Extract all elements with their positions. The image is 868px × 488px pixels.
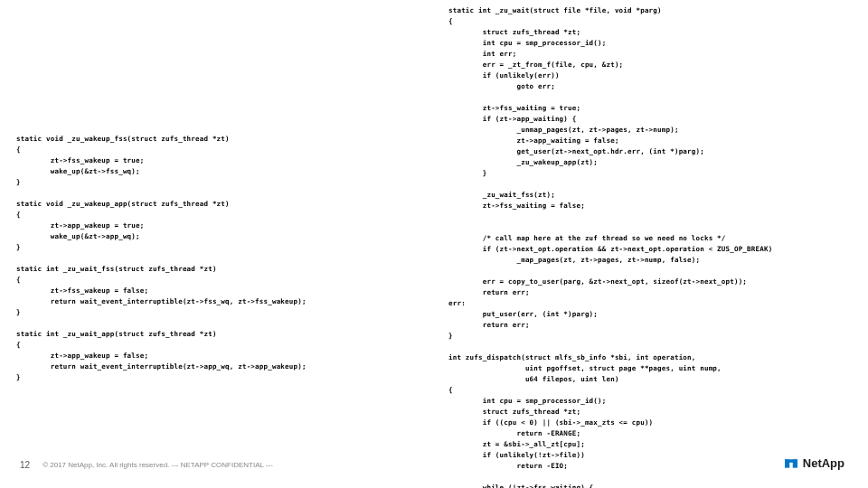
footer-bar: 12 © 2017 NetApp, Inc. All rights reserv… (20, 460, 273, 470)
netapp-logo-text: NetApp (803, 456, 844, 470)
page-number: 12 (20, 460, 30, 470)
code-block-right: static int _zu_wait(struct file *file, v… (448, 5, 864, 488)
netapp-logo: NetApp (785, 456, 844, 470)
netapp-logo-icon (785, 457, 797, 470)
copyright-text: © 2017 NetApp, Inc. All rights reserved.… (42, 461, 273, 469)
code-block-left: static void _zu_wakeup_fss(struct zufs_t… (16, 134, 432, 383)
svg-rect-2 (785, 459, 797, 463)
slide-page: static void _zu_wakeup_fss(struct zufs_t… (0, 0, 868, 488)
